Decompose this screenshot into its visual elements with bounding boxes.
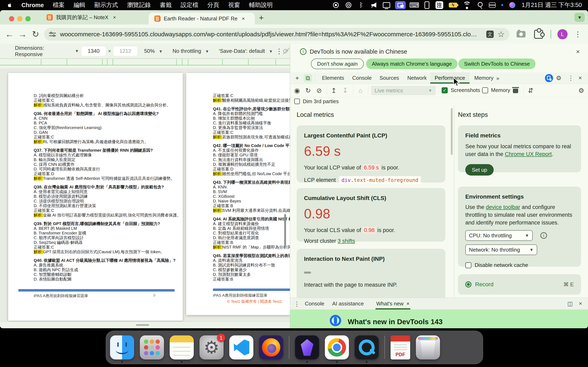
wifi-icon[interactable] <box>463 0 471 10</box>
collect-garbage-icon[interactable] <box>512 87 519 94</box>
network-throttling-select[interactable]: Network: No throttling▼ <box>465 244 537 255</box>
input-method-icon[interactable]: 注 <box>435 1 443 9</box>
screen-record-icon[interactable] <box>332 0 340 10</box>
menu-item[interactable]: 分頁 <box>208 1 219 9</box>
minimize-window-button[interactable] <box>17 16 22 21</box>
shifts-link[interactable]: 3 shifts <box>338 238 355 244</box>
vscode-dock-icon[interactable] <box>229 335 253 359</box>
close-window-button[interactable] <box>9 16 14 21</box>
media-query-ruler[interactable] <box>0 59 290 68</box>
disable-network-cache-checkbox[interactable]: Disable network cache <box>465 262 574 268</box>
checkbox-unchecked-icon[interactable] <box>465 262 471 268</box>
siri-icon[interactable] <box>508 0 516 10</box>
menu-app-name[interactable]: Chrome <box>21 2 44 8</box>
menu-clock[interactable]: 1月21日 週三 下午3:50 <box>522 1 582 9</box>
extensions-icon[interactable] <box>534 30 543 39</box>
screen-mirroring-icon[interactable] <box>395 1 406 9</box>
dont-show-again-button[interactable]: Don't show again <box>311 58 364 69</box>
memory-checkbox[interactable]: Memory <box>482 87 510 93</box>
pdf-file-dock-icon[interactable] <box>390 335 410 359</box>
media-query-marker[interactable] <box>102 59 103 65</box>
record-dot-icon[interactable] <box>465 281 471 287</box>
drawer-menu-icon[interactable]: ⋮ <box>294 300 300 308</box>
inspect-element-icon[interactable]: ⌖ <box>293 74 302 82</box>
close-icon[interactable]: × <box>406 300 410 307</box>
zoom-window-button[interactable] <box>25 16 31 21</box>
display-icon[interactable] <box>382 0 390 10</box>
dot-icon[interactable] <box>501 0 504 10</box>
record-icon[interactable]: ◉ <box>293 86 302 95</box>
adobe-cc-icon[interactable] <box>345 0 353 10</box>
menu-item[interactable]: 檔案 <box>53 1 65 9</box>
device-toolbar-menu-icon[interactable]: ⋮ <box>276 47 283 55</box>
url-text[interactable]: woocommerce-163699-5955105.cloudwaysapps… <box>60 31 481 38</box>
record-label[interactable]: Record <box>475 281 493 288</box>
devtools-tab-performance[interactable]: Performance <box>430 72 470 83</box>
drawer-tab-ai-assistance[interactable]: AI assistance <box>330 298 366 309</box>
panel-divider[interactable] <box>454 105 454 298</box>
media-query-marker[interactable] <box>41 59 42 65</box>
tab-close-icon[interactable]: × <box>113 14 116 21</box>
cpu-throttling-select[interactable]: CPU: No throttling▼ <box>465 230 533 241</box>
reload-button[interactable]: ↻ <box>29 29 42 39</box>
set-up-button[interactable]: Set up <box>465 164 494 175</box>
media-query-marker[interactable] <box>107 59 108 65</box>
menu-item[interactable]: 視窗 <box>228 1 240 9</box>
close-drawer-icon[interactable]: × <box>579 300 582 307</box>
drawer-tab-console[interactable]: Console <box>303 298 326 309</box>
menu-item[interactable]: 瀏覽記錄 <box>127 1 151 9</box>
media-query-marker[interactable] <box>276 59 276 65</box>
menu-item[interactable]: 設定檔 <box>181 1 199 9</box>
phone-mirroring-icon[interactable] <box>423 0 431 10</box>
dimensions-select[interactable]: Dimensions: Responsive <box>15 45 72 58</box>
screenshot-camera-icon[interactable] <box>517 31 526 38</box>
devtools-tab-console[interactable]: Console <box>348 72 376 83</box>
trash-dock-icon[interactable] <box>416 335 440 359</box>
split-panel-icon[interactable]: ◫ <box>567 300 573 307</box>
devtools-tab-memory[interactable]: Memory <box>470 72 498 83</box>
dim-3rd-parties-checkbox[interactable]: Dim 3rd parties <box>290 97 588 105</box>
save-data-select[interactable]: 'Save-Data': default ▼ <box>219 48 276 54</box>
crux-report-link[interactable]: Chrome UX Report <box>505 151 552 157</box>
address-bar[interactable]: woocommerce-163699-5955105.cloudwaysapps… <box>44 28 510 41</box>
lcp-element-selector[interactable]: div.text-muted-foreground <box>339 176 421 184</box>
profile-avatar[interactable]: L <box>557 29 568 39</box>
site-settings-icon[interactable] <box>49 32 56 37</box>
devtools-tab-elements[interactable]: Elements <box>318 72 348 83</box>
bluetooth-icon[interactable] <box>357 0 365 10</box>
devtools-menu-icon[interactable]: ⋮ <box>568 75 574 82</box>
apple-logo-icon[interactable] <box>7 2 12 8</box>
devtools-tab-network[interactable]: Network <box>403 72 431 83</box>
devtools-tab-sources[interactable]: Sources <box>375 72 403 83</box>
media-query-marker[interactable] <box>67 59 67 65</box>
zoom-select[interactable]: 50% ▼ <box>144 48 165 54</box>
upload-profile-icon[interactable]: ↥ <box>329 86 338 95</box>
new-tab-button[interactable]: + <box>257 13 266 22</box>
switch-to-chinese-button[interactable]: Switch DevTools to Chinese <box>458 58 536 69</box>
bookmark-star-icon[interactable]: ☆ <box>497 30 505 39</box>
menu-item[interactable]: 輔助說明 <box>249 1 273 9</box>
spotlight-icon[interactable] <box>476 0 484 10</box>
menu-item[interactable]: 書籤 <box>160 1 172 9</box>
quicktime-dock-icon[interactable] <box>355 335 379 359</box>
viewport-resize-handle[interactable] <box>136 324 149 326</box>
throttling-select[interactable]: No throttling ▼ <box>173 48 212 54</box>
launchpad-dock-icon[interactable] <box>140 335 164 359</box>
viewport-height-input[interactable]: 1212 <box>113 47 137 56</box>
firefox-dock-icon[interactable] <box>259 335 283 359</box>
settings-dock-icon[interactable]: 1 <box>199 335 224 359</box>
media-query-marker[interactable] <box>222 59 223 65</box>
mute-icon[interactable] <box>370 0 378 10</box>
media-query-marker[interactable] <box>248 59 249 65</box>
device-toolbar-toggle-icon[interactable]: ⧉ <box>303 74 312 82</box>
media-query-marker[interactable] <box>112 59 113 65</box>
close-icon[interactable]: × <box>576 48 580 55</box>
battery-icon[interactable] <box>448 0 458 10</box>
info-icon[interactable]: i <box>540 232 547 239</box>
record-card[interactable]: Record ⌘ E <box>458 274 581 295</box>
menu-item[interactable]: 編輯 <box>74 1 86 9</box>
browser-menu-icon[interactable]: ⋮ <box>574 30 582 39</box>
back-button[interactable]: ← <box>3 29 16 39</box>
checkbox-unchecked-icon[interactable] <box>294 99 300 104</box>
record-and-reload-icon[interactable]: ↻ <box>303 86 312 95</box>
